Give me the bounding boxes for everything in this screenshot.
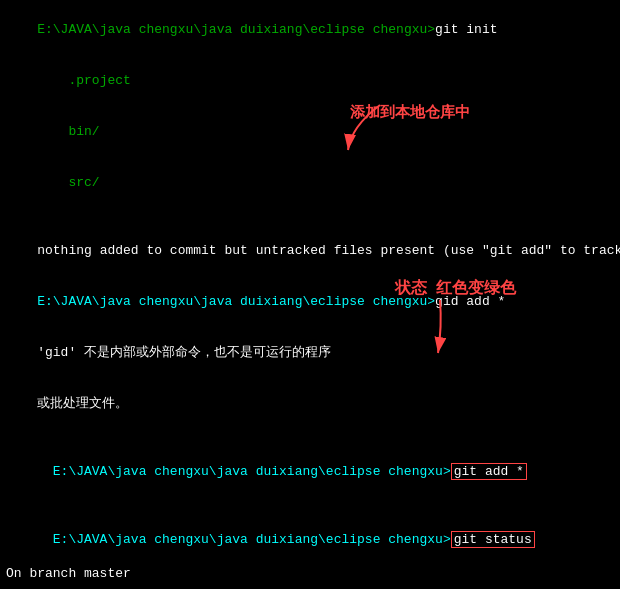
line-gid-err1: 'gid' 不是内部或外部命令，也不是可运行的程序 (6, 327, 614, 378)
line-gid-err2: 或批处理文件。 (6, 378, 614, 429)
line-top4: src/ (6, 157, 614, 208)
line-on-branch: On branch master (6, 565, 614, 582)
line-gid-cmd: E:\JAVA\java chengxu\java duixiang\eclip… (6, 276, 614, 327)
line-nothing: nothing added to commit but untracked fi… (6, 225, 614, 276)
line-blank1 (6, 208, 614, 225)
line-top2: .project (6, 55, 614, 106)
line-git-status: E:\JAVA\java chengxu\java duixiang\eclip… (6, 514, 614, 565)
line-blank3 (6, 497, 614, 514)
line-blank2 (6, 429, 614, 446)
terminal: E:\JAVA\java chengxu\java duixiang\eclip… (0, 0, 620, 589)
line-top1: E:\JAVA\java chengxu\java duixiang\eclip… (6, 4, 614, 55)
line-top3: bin/ (6, 106, 614, 157)
line-git-add: E:\JAVA\java chengxu\java duixiang\eclip… (6, 446, 614, 497)
line-blank4 (6, 582, 614, 589)
